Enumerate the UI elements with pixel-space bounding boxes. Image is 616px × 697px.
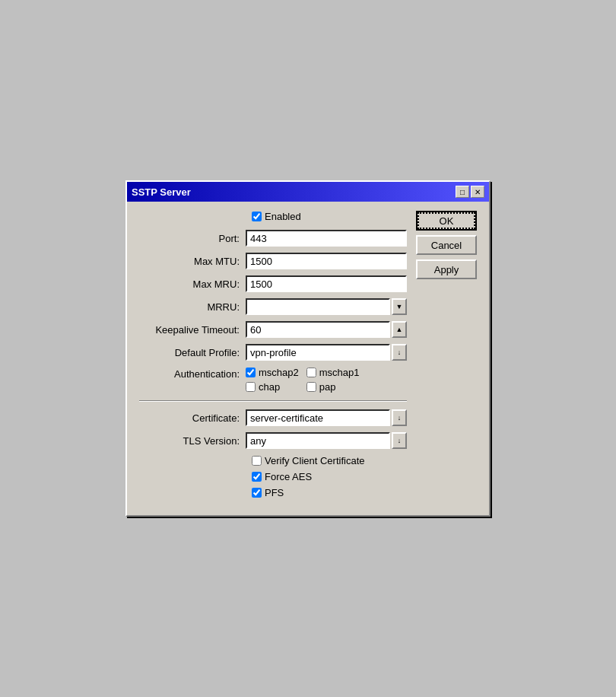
max-mru-input[interactable] — [246, 275, 407, 292]
tls-version-row: TLS Version: ↓ — [139, 432, 407, 449]
default-profile-input[interactable] — [246, 344, 390, 361]
auth-checkboxes: mschap2 mschap1 chap pap — [246, 367, 360, 393]
window-title: SSTP Server — [132, 186, 191, 198]
certificate-label: Certificate: — [139, 412, 246, 424]
max-mtu-label: Max MTU: — [139, 256, 246, 267]
default-profile-row: Default Profile: ↓ — [139, 344, 407, 361]
force-aes-checkbox[interactable] — [252, 472, 262, 482]
tls-version-dropdown-button[interactable]: ↓ — [392, 432, 407, 449]
section-divider — [139, 400, 407, 402]
mrru-dropdown-button[interactable]: ▼ — [392, 298, 407, 315]
mrru-label: MRRU: — [139, 301, 246, 313]
mschap2-label: mschap2 — [259, 367, 299, 378]
max-mru-row: Max MRU: — [139, 275, 407, 292]
default-profile-dropdown-button[interactable]: ↓ — [392, 344, 407, 361]
chap-label: chap — [259, 381, 280, 393]
mrru-input-group: ▼ — [246, 298, 407, 315]
title-bar: SSTP Server □ ✕ — [127, 182, 489, 202]
ok-button[interactable]: OK — [416, 211, 477, 231]
mschap2-checkbox[interactable] — [246, 368, 256, 377]
max-mtu-row: Max MTU: — [139, 253, 407, 269]
port-row: Port: — [139, 230, 407, 247]
certificate-input[interactable] — [246, 409, 390, 426]
keepalive-input-group: ▲ — [246, 321, 407, 338]
tls-version-input-group: ↓ — [246, 432, 407, 449]
button-panel: OK Cancel Apply — [416, 211, 477, 503]
pap-checkbox[interactable] — [306, 382, 316, 392]
restore-button[interactable]: □ — [456, 186, 469, 198]
certificate-input-group: ↓ — [246, 409, 407, 426]
max-mtu-input[interactable] — [246, 253, 407, 269]
certificate-row: Certificate: ↓ — [139, 409, 407, 426]
port-label: Port: — [139, 233, 246, 244]
keepalive-label: Keepalive Timeout: — [139, 324, 246, 336]
enabled-row: Enabled — [139, 211, 407, 222]
pfs-label: PFS — [265, 487, 284, 498]
force-aes-row: Force AES — [139, 471, 407, 482]
enabled-checkbox[interactable] — [252, 212, 262, 221]
mschap1-item: mschap1 — [306, 367, 360, 378]
form-layout: Enabled Port: Max MTU: Max MRU: — [139, 211, 477, 503]
chap-item: chap — [246, 381, 299, 393]
verify-client-label: Verify Client Certificate — [265, 455, 365, 466]
pap-label: pap — [319, 381, 336, 393]
verify-client-checkbox[interactable] — [252, 456, 262, 466]
mrru-input[interactable] — [246, 298, 390, 315]
cancel-button[interactable]: Cancel — [416, 235, 477, 255]
pap-item: pap — [306, 381, 360, 393]
authentication-label: Authentication: — [139, 367, 246, 380]
keepalive-input[interactable] — [246, 321, 390, 338]
sstp-server-window: SSTP Server □ ✕ Enabled Port: — [125, 180, 491, 517]
form-content: Enabled Port: Max MTU: Max MRU: — [127, 202, 489, 515]
max-mru-label: Max MRU: — [139, 278, 246, 290]
tls-version-input[interactable] — [246, 432, 390, 449]
force-aes-label: Force AES — [265, 471, 312, 482]
default-profile-input-group: ↓ — [246, 344, 407, 361]
chap-checkbox[interactable] — [246, 382, 256, 392]
close-button[interactable]: ✕ — [471, 186, 484, 198]
mrru-row: MRRU: ▼ — [139, 298, 407, 315]
pfs-row: PFS — [139, 487, 407, 498]
enabled-checkbox-item: Enabled — [252, 211, 301, 222]
pfs-checkbox[interactable] — [252, 488, 262, 498]
certificate-dropdown-button[interactable]: ↓ — [392, 409, 407, 426]
apply-button[interactable]: Apply — [416, 259, 477, 279]
port-input[interactable] — [246, 230, 407, 247]
keepalive-row: Keepalive Timeout: ▲ — [139, 321, 407, 338]
mschap1-checkbox[interactable] — [306, 368, 316, 377]
title-bar-controls: □ ✕ — [456, 186, 484, 198]
mschap1-label: mschap1 — [319, 367, 360, 378]
tls-version-label: TLS Version: — [139, 435, 246, 447]
authentication-row: Authentication: mschap2 mschap1 chap — [139, 367, 407, 393]
keepalive-up-button[interactable]: ▲ — [392, 321, 407, 338]
form-fields: Enabled Port: Max MTU: Max MRU: — [139, 211, 407, 503]
enabled-label: Enabled — [265, 211, 301, 222]
verify-client-row: Verify Client Certificate — [139, 455, 407, 466]
default-profile-label: Default Profile: — [139, 347, 246, 358]
mschap2-item: mschap2 — [246, 367, 299, 378]
